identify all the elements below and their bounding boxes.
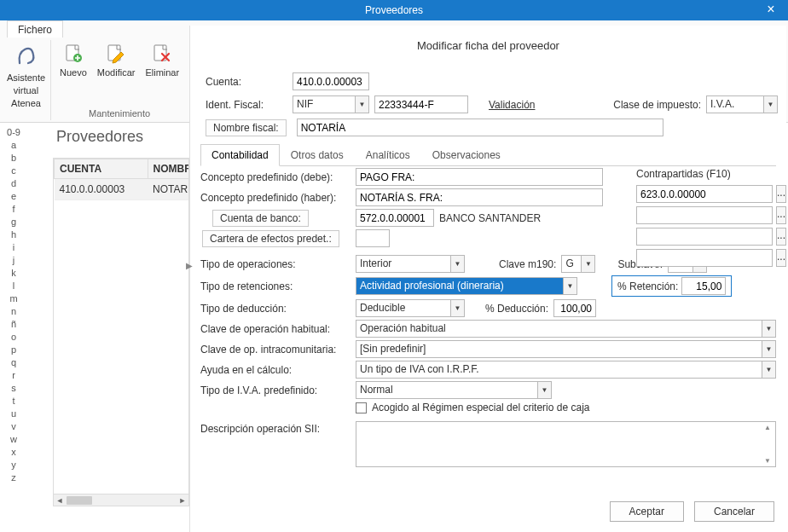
chevron-down-icon[interactable]: ▼ (537, 382, 551, 398)
validacion-link[interactable]: Validación (489, 99, 535, 111)
desc-sii-textarea[interactable]: ▲ ▼ (356, 421, 776, 467)
pct-ded-input[interactable] (553, 299, 596, 317)
contrapartida-3-input[interactable] (636, 228, 773, 246)
alpha-filter-t[interactable]: t (0, 395, 27, 408)
chevron-down-icon[interactable]: ▼ (563, 278, 577, 294)
nif-input[interactable] (374, 95, 468, 113)
tipo-op-label: Tipo de operaciones: (200, 258, 351, 270)
chevron-down-icon[interactable]: ▼ (450, 300, 464, 316)
alpha-filter-i[interactable]: i (0, 241, 27, 254)
alpha-filter-r[interactable]: r (0, 369, 27, 382)
tipo-iva-combo[interactable]: Normal ▼ (356, 381, 552, 399)
cuenta-label: Cuenta: (206, 76, 287, 88)
concepto-debe-input[interactable] (356, 168, 603, 186)
alpha-filter-n[interactable]: n (0, 305, 27, 318)
tab-contabilidad[interactable]: Contabilidad (200, 144, 280, 166)
concepto-haber-input[interactable] (356, 188, 603, 206)
nif-type-combo[interactable]: NIF ▼ (293, 95, 369, 113)
ribbon-tab-fichero[interactable]: Fichero (7, 20, 63, 38)
cartera-button[interactable]: Cartera de efectos predet.: (202, 230, 339, 247)
contrapartida-1-input[interactable] (636, 185, 773, 203)
aceptar-button[interactable]: Aceptar (610, 501, 684, 522)
modificar-label: Modificar (97, 67, 136, 78)
chevron-down-icon[interactable]: ▼ (581, 256, 594, 272)
alpha-filter-l[interactable]: l (0, 280, 27, 292)
modificar-button[interactable]: Modificar (92, 40, 141, 80)
alpha-filter-ñ[interactable]: ñ (0, 318, 27, 331)
chevron-down-icon[interactable]: ▼ (763, 96, 777, 113)
tab-observaciones[interactable]: Observaciones (421, 144, 512, 166)
contrapartida-3-browse[interactable]: ... (776, 228, 786, 246)
alpha-filter-p[interactable]: p (0, 344, 27, 356)
nombre-fiscal-button[interactable]: Nombre fiscal: (206, 119, 287, 136)
scroll-left-icon[interactable]: ◄ (54, 496, 66, 505)
contrapartida-2-input[interactable] (636, 206, 773, 224)
alpha-filter-m[interactable]: m (0, 292, 27, 305)
mantenimiento-group-title: Mantenimiento (89, 107, 150, 120)
tab-otros-datos[interactable]: Otros datos (280, 144, 355, 166)
checkbox-box[interactable] (356, 402, 367, 413)
cuenta-input[interactable] (293, 72, 369, 90)
scroll-down-icon[interactable]: ▼ (762, 457, 774, 465)
providers-table[interactable]: CUENTA NOMBRE FISCAL 410.0.0.00003 NOTAR… (53, 158, 189, 506)
alpha-filter-0-9[interactable]: 0-9 (0, 126, 27, 139)
clave-m190-combo[interactable]: G ▼ (561, 255, 595, 273)
clave-op-combo[interactable]: Operación habitual ▼ (356, 320, 776, 338)
asistente-virtual-button[interactable]: Asistente virtual Atenea (2, 40, 50, 111)
tab-analiticos[interactable]: Analíticos (355, 144, 421, 166)
alpha-filter-s[interactable]: s (0, 382, 27, 395)
alpha-filter-y[interactable]: y (0, 459, 27, 471)
tipo-ded-combo[interactable]: Deducible ▼ (356, 299, 465, 317)
alpha-filter-h[interactable]: h (0, 228, 27, 241)
alpha-filter-q[interactable]: q (0, 356, 27, 369)
cartera-input[interactable] (356, 229, 390, 247)
panel-collapse-handle[interactable]: ▶ (185, 256, 194, 275)
ayuda-combo[interactable]: Un tipo de IVA con I.R.P.F. ▼ (356, 361, 776, 379)
alpha-filter-e[interactable]: e (0, 190, 27, 203)
alpha-filter-d[interactable]: d (0, 177, 27, 190)
alpha-filter-b[interactable]: b (0, 152, 27, 165)
col-nombre[interactable]: NOMBRE FISCAL (148, 159, 189, 179)
alpha-filter-f[interactable]: f (0, 203, 27, 216)
alpha-filter-g[interactable]: g (0, 216, 27, 228)
tipo-ret-combo[interactable]: Actividad profesional (dineraria) ▼ (356, 277, 577, 295)
contrapartida-1-browse[interactable]: ... (776, 185, 786, 203)
alpha-filter-w[interactable]: w (0, 433, 27, 446)
alpha-filter-o[interactable]: o (0, 331, 27, 344)
nuevo-button[interactable]: Nuevo (55, 40, 92, 80)
horizontal-scrollbar[interactable]: ◄ ► (54, 494, 188, 506)
alpha-filter-u[interactable]: u (0, 408, 27, 420)
chevron-down-icon[interactable]: ▼ (762, 321, 775, 337)
col-cuenta[interactable]: CUENTA (55, 159, 148, 179)
clase-impuesto-combo[interactable]: I.V.A. ▼ (706, 95, 778, 113)
alpha-filter-c[interactable]: c (0, 165, 27, 177)
chevron-down-icon[interactable]: ▼ (450, 256, 464, 272)
scroll-right-icon[interactable]: ► (177, 496, 188, 505)
contrapartida-4-input[interactable] (636, 249, 773, 267)
chevron-down-icon[interactable]: ▼ (355, 96, 368, 113)
alpha-filter-z[interactable]: z (0, 471, 27, 484)
close-button[interactable]: × (754, 0, 788, 20)
cuenta-banco-input[interactable] (356, 209, 434, 227)
cancelar-button[interactable]: Cancelar (694, 501, 774, 522)
eliminar-button[interactable]: Eliminar (140, 40, 184, 80)
table-row[interactable]: 410.0.0.00003 NOTARÍA (55, 179, 190, 200)
scroll-up-icon[interactable]: ▲ (762, 424, 774, 431)
criterio-caja-checkbox[interactable]: Acogido al Régimen especial del criterio… (356, 402, 589, 413)
alpha-filter-j[interactable]: j (0, 254, 27, 267)
clave-intra-combo[interactable]: [Sin predefinir] ▼ (356, 340, 776, 358)
alpha-filter-k[interactable]: k (0, 267, 27, 280)
alpha-filter-x[interactable]: x (0, 446, 27, 459)
alpha-filter-v[interactable]: v (0, 420, 27, 433)
contrapartida-2-browse[interactable]: ... (776, 206, 786, 224)
ayuda-label: Ayuda en el cálculo: (200, 364, 351, 376)
pct-ret-input[interactable] (681, 277, 726, 295)
alpha-filter-a[interactable]: a (0, 139, 27, 152)
tipo-op-combo[interactable]: Interior ▼ (356, 255, 465, 273)
chevron-down-icon[interactable]: ▼ (762, 361, 775, 378)
tipo-ret-value: Actividad profesional (dineraria) (356, 278, 563, 294)
contrapartida-4-browse[interactable]: ... (776, 249, 786, 267)
chevron-down-icon[interactable]: ▼ (762, 341, 775, 357)
nombre-fiscal-input[interactable] (297, 119, 663, 136)
cuenta-banco-button[interactable]: Cuenta de banco: (212, 210, 309, 227)
